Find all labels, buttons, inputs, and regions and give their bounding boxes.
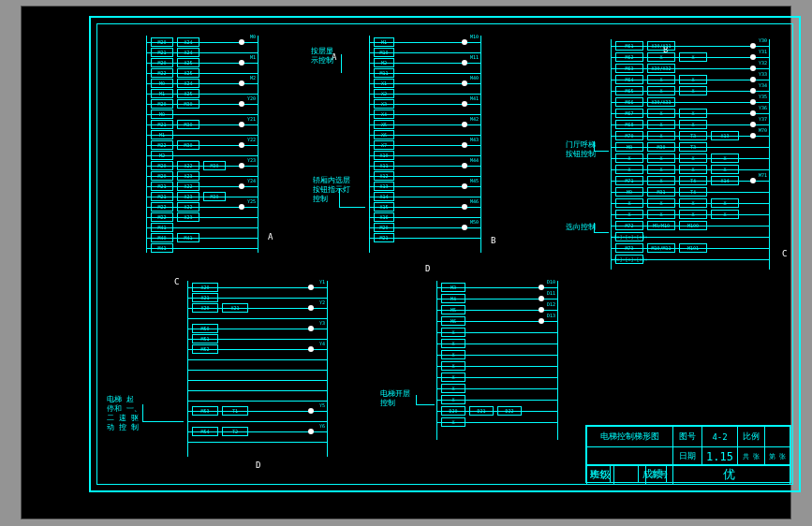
ladder-coil-label: Y6 — [319, 423, 325, 429]
ladder-coil-label: D11 — [547, 290, 555, 296]
ladder-coil-label: Y33 — [759, 71, 767, 77]
ladder-contact: X — [647, 109, 675, 118]
ladder-coil-label: M43 — [470, 137, 479, 142]
ladder-contact: X15 — [374, 202, 394, 212]
ladder-coil-label: M2 — [250, 75, 256, 80]
grade: 优 — [667, 465, 790, 483]
ladder-contact: X22 — [177, 202, 199, 212]
ladder-contact: M30 — [203, 161, 226, 170]
ladder-contact: T4 — [679, 176, 707, 185]
ladder-contact: T1 — [222, 406, 248, 416]
ladder-contact: M20 — [151, 171, 173, 181]
title-block: 电梯控制梯形图 图号 4-2 比例 日期 1.15 共 张 第 张 班级 学号 — [585, 425, 791, 483]
ladder-contact: M22 — [151, 68, 173, 78]
ladder-coil-label: M46 — [470, 198, 479, 204]
ladder-contact: M1 — [374, 37, 394, 47]
ladder-block-a: M20X24M0M21X24M20X25M1M22X25M0X24M2M1X25… — [146, 36, 258, 253]
ladder-contact: X — [679, 210, 707, 219]
ladder-contact: X — [679, 153, 707, 163]
pages-label: 共 张 — [738, 447, 765, 466]
ladder-contact: M41 — [151, 243, 173, 253]
ladder-contact: X — [647, 176, 675, 185]
cad-canvas: M20X24M0M21X24M20X25M1M22X25M0X24M2M1X25… — [21, 6, 791, 519]
ladder-contact: X7 — [374, 140, 394, 150]
ladder-contact: X5 — [374, 120, 394, 129]
ladder-contact: T4 — [679, 187, 707, 197]
ladder-contact: M21 — [151, 120, 173, 129]
ladder-contact: M101 — [679, 243, 707, 253]
ladder-contact: X — [441, 384, 465, 393]
ladder-coil-label: M11 — [470, 54, 479, 60]
leader-line — [142, 421, 184, 422]
ladder-contact: X — [647, 131, 675, 140]
ladder-contact: M4 — [441, 294, 465, 303]
ladder-contact: M2 — [151, 151, 173, 160]
ladder-coil-label: Y22 — [247, 137, 256, 142]
ladder-coil-label: Y3 — [319, 320, 325, 326]
ladder-contact: X14 — [374, 192, 394, 201]
sheetno-label: 图号 — [672, 427, 701, 447]
ladder-contact: X21 — [192, 293, 218, 302]
ladder-contact: X — [441, 373, 465, 382]
mark-c1: C — [174, 277, 179, 286]
ladder-contact: M9/M10 — [647, 221, 675, 230]
ladder-contact: X23 — [177, 212, 199, 222]
ladder-coil-label: M40 — [470, 75, 479, 80]
ladder-contact: X — [441, 350, 465, 359]
ladder-contact: X — [679, 120, 707, 129]
ladder-contact: M1 — [151, 130, 173, 139]
ladder-contact: M50 — [192, 324, 218, 333]
ladder-contact: M5 — [441, 305, 465, 314]
ladder-contact: M73 — [615, 243, 643, 253]
ladder-contact: M20 — [151, 161, 173, 170]
ladder-contact: M61 — [615, 41, 643, 51]
ladder-contact: M9 — [615, 187, 643, 197]
ladder-contact: X22 — [177, 161, 199, 170]
ladder-contact: M53 — [192, 406, 218, 416]
ladder-contact: X — [711, 165, 739, 174]
ladder-contact: M62 — [615, 52, 643, 62]
ladder-coil-label: M45 — [470, 178, 479, 183]
mark-d1: D — [425, 264, 430, 273]
drawing-title: 电梯控制梯形图 — [587, 427, 673, 447]
ladder-coil-label: Y23 — [247, 157, 256, 163]
leader-line — [594, 141, 595, 151]
ladder-contact: X — [615, 198, 643, 208]
ladder-contact: M41 — [151, 223, 173, 232]
ladder-contact: D20 — [441, 406, 465, 416]
mark-a2: A — [268, 232, 273, 241]
ladder-contact: X24 — [177, 37, 199, 47]
ladder-contact: X — [647, 86, 675, 95]
leader-line — [594, 151, 609, 152]
mark-d-south: D — [256, 460, 260, 470]
ladder-contact: M21 — [374, 233, 394, 242]
ladder-contact: M100 — [679, 221, 707, 230]
ladder-contact: X30/X32 — [647, 64, 675, 73]
ladder-contact: X13 — [711, 131, 739, 140]
anno-c: 电梯 起停和 一、二 速 驱动 控 制 — [107, 395, 154, 432]
ladder-block-b: M1M10M10M2M11M11X1M40X2X3M41X4X5M42X6X7M… — [369, 36, 481, 253]
ladder-contact: M68 — [615, 120, 643, 129]
ladder-contact: X23 — [177, 171, 199, 181]
ladder-contact: M63 — [615, 64, 643, 73]
scale — [765, 427, 790, 447]
ladder-coil-label: Y24 — [247, 178, 256, 183]
ladder-block-d: M3D10M4D11M5D12M6D13XXXXXXXD20D21D22X — [436, 281, 558, 440]
ladder-coil-label: D13 — [547, 313, 555, 318]
ladder-coil-label: Y34 — [759, 82, 767, 88]
ladder-contact: X16 — [374, 212, 394, 222]
ladder-contact: M54 — [192, 427, 218, 436]
ladder-coil-label: Y35 — [759, 94, 767, 99]
ladder-contact: X25 — [177, 58, 199, 67]
ladder-coil-label: Y4 — [319, 341, 325, 346]
ladder-contact: M64 — [615, 75, 643, 84]
ladder-contact: M20 — [374, 223, 394, 232]
ladder-coil-label: M1 — [250, 54, 256, 60]
ladder-coil-label: Y31 — [759, 49, 767, 54]
ladder-contact: M2 — [374, 58, 394, 67]
anno-a-text: 按层显示控制 — [311, 47, 333, 65]
date: 1.15 — [702, 447, 738, 466]
ladder-contact: X — [711, 198, 739, 208]
ladder-coil-label: M42 — [470, 116, 479, 122]
leader-line — [594, 223, 595, 232]
